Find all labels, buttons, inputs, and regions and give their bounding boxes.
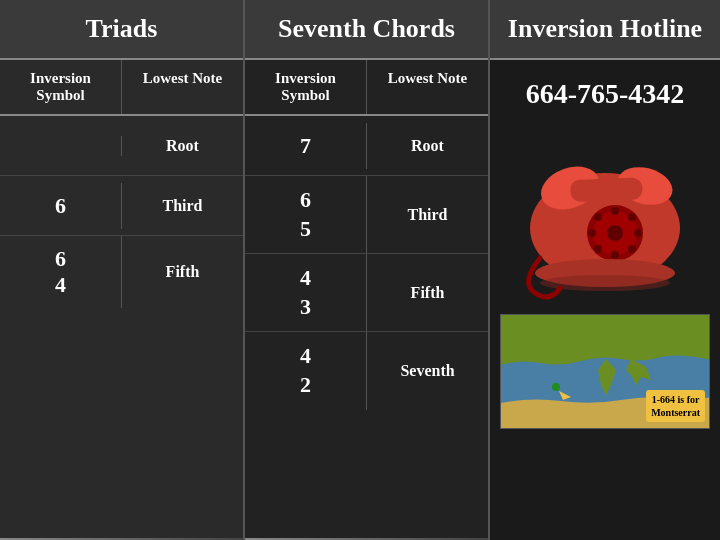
seventh-symbol-1: 6 5 bbox=[245, 176, 367, 253]
seventh-col2-header: Lowest Note bbox=[367, 60, 488, 114]
svg-point-14 bbox=[607, 225, 623, 241]
svg-point-11 bbox=[594, 245, 602, 253]
seventh-symbol-2: 4 3 bbox=[245, 254, 367, 331]
phone-icon bbox=[510, 128, 700, 303]
seventh-row-0: 7 Root bbox=[245, 116, 488, 176]
phone-area bbox=[505, 120, 705, 310]
svg-point-7 bbox=[628, 213, 636, 221]
triads-col1-header: Inversion Symbol bbox=[0, 60, 122, 114]
triads-col2-header: Lowest Note bbox=[122, 60, 243, 114]
seventh-symbol-3-top: 4 bbox=[300, 342, 311, 371]
seventh-rows: 7 Root 6 5 Third 4 3 Fifth 4 bbox=[245, 116, 488, 538]
hotline-number: 664-765-4342 bbox=[518, 60, 693, 120]
seventh-panel: Seventh Chords Inversion Symbol Lowest N… bbox=[245, 0, 490, 540]
triad-note-0: Root bbox=[122, 127, 243, 165]
seventh-note-2: Fifth bbox=[367, 274, 488, 312]
seventh-row-2: 4 3 Fifth bbox=[245, 254, 488, 332]
seventh-note-0: Root bbox=[367, 127, 488, 165]
triads-col-headers: Inversion Symbol Lowest Note bbox=[0, 60, 243, 116]
triad-row-1: 6 Third bbox=[0, 176, 243, 236]
seventh-col1-header: Inversion Symbol bbox=[245, 60, 367, 114]
triad-note-1: Third bbox=[122, 187, 243, 225]
main-container: Triads Inversion Symbol Lowest Note Root… bbox=[0, 0, 720, 540]
seventh-row-3: 4 2 Seventh bbox=[245, 332, 488, 409]
hotline-header: Inversion Hotline bbox=[490, 0, 720, 60]
seventh-symbol-2-top: 4 bbox=[300, 264, 311, 293]
triad-symbol-2-bottom: 4 bbox=[55, 272, 66, 298]
triads-rows: Root 6 Third 6 4 Fifth bbox=[0, 116, 243, 538]
triads-panel: Triads Inversion Symbol Lowest Note Root… bbox=[0, 0, 245, 540]
seventh-col-headers: Inversion Symbol Lowest Note bbox=[245, 60, 488, 116]
seventh-note-3: Seventh bbox=[367, 352, 488, 390]
svg-point-13 bbox=[594, 213, 602, 221]
triad-row-0: Root bbox=[0, 116, 243, 176]
triad-symbol-2-top: 6 bbox=[55, 246, 66, 272]
seventh-symbol-2-bottom: 3 bbox=[300, 293, 311, 322]
seventh-row-1: 6 5 Third bbox=[245, 176, 488, 254]
map-area: 1-664 is forMontserrat bbox=[500, 314, 710, 429]
triad-symbol-1: 6 bbox=[0, 183, 122, 229]
triad-row-2: 6 4 Fifth bbox=[0, 236, 243, 308]
seventh-note-1: Third bbox=[367, 196, 488, 234]
hotline-panel: Inversion Hotline 664-765-4342 bbox=[490, 0, 720, 540]
svg-point-6 bbox=[611, 207, 619, 215]
seventh-symbol-1-top: 6 bbox=[300, 186, 311, 215]
triad-symbol-0 bbox=[0, 136, 122, 156]
seventh-symbol-1-bottom: 5 bbox=[300, 215, 311, 244]
triad-note-2: Fifth bbox=[122, 253, 243, 291]
seventh-symbol-3: 4 2 bbox=[245, 332, 367, 409]
svg-point-12 bbox=[588, 229, 596, 237]
svg-point-18 bbox=[552, 383, 560, 391]
seventh-symbol-0: 7 bbox=[245, 123, 367, 169]
triads-header: Triads bbox=[0, 0, 243, 60]
map-label: 1-664 is forMontserrat bbox=[646, 390, 705, 422]
svg-point-9 bbox=[628, 245, 636, 253]
svg-point-10 bbox=[611, 251, 619, 259]
seventh-symbol-3-bottom: 2 bbox=[300, 371, 311, 400]
seventh-header: Seventh Chords bbox=[245, 0, 488, 60]
svg-point-8 bbox=[634, 229, 642, 237]
svg-rect-3 bbox=[570, 177, 643, 201]
triad-symbol-2: 6 4 bbox=[0, 236, 122, 308]
